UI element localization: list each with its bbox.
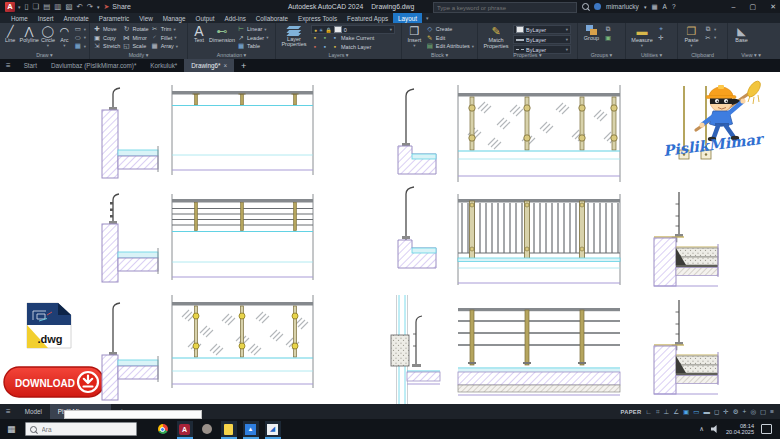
tab-collaborate[interactable]: Collaborate: [251, 13, 293, 23]
tab-addins[interactable]: Add-ins: [219, 13, 250, 23]
paper-space-indicator[interactable]: PAPER: [620, 409, 641, 415]
detail-elevation-glass-simple[interactable]: [172, 85, 313, 175]
circle-button[interactable]: ◯ Circle▾: [41, 25, 55, 48]
detail-elevation-glass-clamps-1[interactable]: [458, 85, 620, 182]
detail-section-parapet-4[interactable]: [398, 187, 436, 268]
new-tab-button[interactable]: +: [234, 59, 253, 72]
maximize-button[interactable]: ▢: [750, 3, 757, 11]
user-caret-icon[interactable]: ▾: [644, 4, 647, 10]
clean-screen-icon[interactable]: ▢: [760, 408, 766, 416]
table-button[interactable]: ▦Table: [237, 42, 268, 51]
polar-icon[interactable]: ∠: [673, 408, 679, 416]
match-layer-button[interactable]: ▪▪▪ Match Layer: [311, 43, 398, 52]
help-search-box[interactable]: [433, 2, 577, 13]
match-properties-button[interactable]: ✎ Match Properties: [481, 25, 511, 50]
grid-icon[interactable]: ⌗: [656, 408, 660, 416]
file-tab-davlumbaz[interactable]: Davlumbaz (PislikMimar.com)*: [44, 59, 143, 72]
lineweight-icon[interactable]: ▬: [703, 408, 710, 415]
scale-button[interactable]: ◱Scale: [122, 42, 148, 51]
notification-center-icon[interactable]: [761, 424, 772, 434]
tab-view[interactable]: View: [134, 13, 158, 23]
app-menu-caret-icon[interactable]: ▾: [18, 4, 21, 10]
mirror-button[interactable]: ⋈Mirror: [122, 34, 148, 43]
copy-button[interactable]: ▣Copy: [93, 34, 120, 43]
id-point-button[interactable]: ✛: [657, 34, 665, 43]
detail-section-parapet-3[interactable]: [102, 194, 158, 282]
open-file-icon[interactable]: ❏: [32, 2, 41, 11]
tab-home[interactable]: Home: [6, 13, 33, 23]
leader-button[interactable]: ↗Leader▾: [237, 34, 268, 43]
file-tab-start[interactable]: Start: [17, 59, 44, 72]
group-button[interactable]: Group: [581, 25, 602, 42]
detail-elevation-balusters[interactable]: [458, 194, 620, 285]
detail-slab-edge-section-1[interactable]: [654, 192, 718, 286]
save-as-icon[interactable]: ▥: [53, 2, 62, 11]
quick-select-button[interactable]: ⌖: [657, 25, 665, 34]
osnap-icon[interactable]: ▣: [683, 408, 689, 416]
arc-button[interactable]: ◠ Arc▾: [57, 25, 71, 48]
start-button[interactable]: ▦: [4, 424, 19, 434]
panel-label-utilities[interactable]: Utilities ▾: [626, 52, 677, 58]
rectangle-button[interactable]: ▭▾: [74, 25, 86, 34]
help-search-input[interactable]: [434, 5, 576, 11]
app-menu-button[interactable]: A: [5, 2, 15, 12]
tab-parametric[interactable]: Parametric: [94, 13, 134, 23]
taskbar-search-box[interactable]: [25, 422, 137, 436]
cut-clip-button[interactable]: ✂▾: [704, 34, 716, 43]
tab-manage[interactable]: Manage: [158, 13, 191, 23]
search-icon[interactable]: [582, 3, 589, 10]
transparency-icon[interactable]: ◻: [714, 408, 719, 416]
photos-icon[interactable]: ▲: [243, 421, 259, 439]
layout-tab-model[interactable]: Model: [17, 404, 50, 419]
autocad-taskbar-icon[interactable]: A: [177, 421, 193, 439]
detail-section-parapet-5[interactable]: [102, 303, 158, 400]
tab-insert[interactable]: Insert: [33, 13, 59, 23]
new-file-icon[interactable]: ▯: [24, 2, 30, 11]
workspace-gear-icon[interactable]: ⚙: [733, 408, 739, 416]
close-button[interactable]: ✕: [770, 3, 776, 11]
volume-icon[interactable]: [711, 425, 719, 433]
layout-menu-icon[interactable]: ≡: [0, 404, 17, 419]
tab-express-tools[interactable]: Express Tools: [293, 13, 342, 23]
detail-elevation-glass-clamps-2[interactable]: [172, 295, 313, 388]
trim-button[interactable]: ✂Trim▾: [151, 25, 178, 34]
detail-elevation-rails-on-slab[interactable]: [458, 308, 620, 395]
rotate-button[interactable]: ↻Rotate: [122, 25, 148, 34]
detail-section-parapet-2[interactable]: [398, 89, 436, 174]
dimension-button[interactable]: ⊷ Dimension: [209, 25, 235, 44]
edit-block-button[interactable]: ✎Edit: [426, 34, 474, 43]
tab-featured-apps[interactable]: Featured Apps: [342, 13, 393, 23]
chrome-icon[interactable]: [155, 421, 171, 439]
panel-label-draw[interactable]: Draw ▾: [0, 52, 89, 58]
status-menu-icon[interactable]: ≡: [770, 408, 774, 415]
create-block-button[interactable]: ◇Create: [426, 25, 474, 34]
fillet-button[interactable]: ◜Fillet▾: [151, 34, 178, 43]
detail-section-parapet-1[interactable]: [102, 88, 158, 178]
linear-button[interactable]: ⊢Linear▾: [237, 25, 268, 34]
line-button[interactable]: ╱ Line: [3, 25, 17, 44]
help-icon[interactable]: ?: [672, 3, 676, 10]
notes-icon[interactable]: [221, 421, 237, 439]
panel-label-annotation[interactable]: Annotation ▾: [188, 52, 275, 58]
lineweight-dropdown[interactable]: ByLayer▾: [513, 35, 571, 44]
snap-icon[interactable]: ∟: [646, 408, 652, 415]
plus-icon[interactable]: +: [743, 408, 747, 415]
ungroup-button[interactable]: ⧉: [604, 25, 612, 34]
redo-icon[interactable]: ↷: [86, 2, 94, 11]
detail-section-wall-mount[interactable]: [391, 295, 440, 404]
panel-label-properties[interactable]: Properties ▾: [478, 52, 577, 58]
drawing-canvas[interactable]: PislikMimar: [0, 72, 780, 404]
base-button[interactable]: ◣ Base: [731, 25, 752, 44]
tab-annotate[interactable]: Annotate: [59, 13, 94, 23]
taskbar-search-input[interactable]: [40, 425, 132, 434]
close-tab-icon[interactable]: ×: [223, 62, 227, 69]
hatch-button[interactable]: ▦▾: [74, 42, 86, 51]
isolate-objects-icon[interactable]: ◎: [750, 408, 756, 416]
panel-label-layers[interactable]: Layers ▾: [276, 52, 401, 58]
polyline-button[interactable]: ⋀ Polyline: [19, 25, 38, 44]
undo-icon[interactable]: ↶: [75, 2, 83, 11]
signed-in-user[interactable]: mimarlucky: [606, 3, 639, 10]
layer-dropdown[interactable]: ●☀ 🔒 0 ▾: [311, 25, 395, 34]
qat-caret-icon[interactable]: ▾: [96, 4, 101, 10]
make-current-button[interactable]: ▪▪▪ Make Current: [311, 34, 398, 43]
